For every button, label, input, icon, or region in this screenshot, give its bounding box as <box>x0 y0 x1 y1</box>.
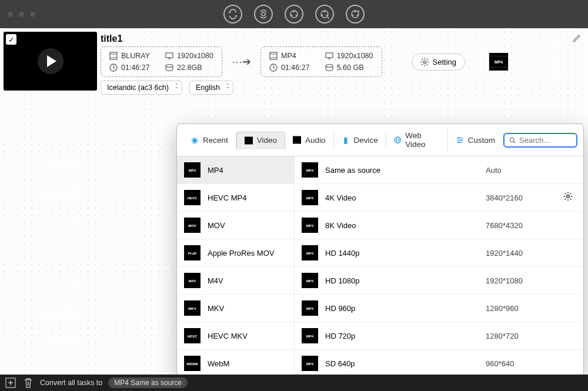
preset-label: Same as source <box>325 166 479 175</box>
tab-recent[interactable]: ◉ Recent <box>183 132 236 148</box>
preset-item[interactable]: MP4SD 640p960*640 <box>295 350 583 376</box>
mode-convert-icon[interactable] <box>223 5 242 24</box>
tab-web-video[interactable]: Web Video <box>386 128 448 152</box>
container-item[interactable]: MP4MP4 <box>177 156 294 184</box>
delete-task-button[interactable] <box>22 377 34 389</box>
audio-track-select[interactable]: Icelandic (ac3 6ch) ˄˅ <box>101 81 182 95</box>
window-close-button[interactable] <box>7 11 14 18</box>
svg-text:WEBM: WEBM <box>187 362 198 366</box>
tab-audio[interactable]: Audio <box>285 132 334 148</box>
preset-item[interactable]: MP4HD 960p1280*960 <box>295 295 583 322</box>
window-minimize-button[interactable] <box>18 11 25 18</box>
svg-point-46 <box>291 15 293 16</box>
preset-settings-button[interactable] <box>563 192 576 203</box>
setting-button[interactable]: Setting <box>412 54 465 71</box>
preset-item[interactable]: MP4HD 1080p1920*1080 <box>295 267 583 295</box>
web-icon <box>394 135 401 145</box>
svg-line-52 <box>328 17 329 19</box>
tab-device[interactable]: ▮ Device <box>334 132 386 148</box>
source-size: 22.8GB <box>177 64 202 72</box>
subtitle-track-select[interactable]: English ˄˅ <box>189 81 233 95</box>
preset-item[interactable]: MP4Same as sourceAuto <box>295 156 583 184</box>
svg-point-45 <box>293 11 295 13</box>
tab-video[interactable]: Video <box>236 132 285 149</box>
preset-resolution: 1280*960 <box>486 304 556 313</box>
svg-point-55 <box>352 15 354 16</box>
container-item[interactable]: HEVCHEVC MP4 <box>177 184 294 212</box>
mode-reel-b-icon[interactable] <box>315 5 334 24</box>
device-icon: ▮ <box>342 135 350 145</box>
format-icon: MOV <box>184 218 201 233</box>
source-duration: 01:46:27 <box>121 64 150 72</box>
mode-reel-a-icon[interactable] <box>285 5 303 24</box>
container-item[interactable]: MKVMKV <box>177 295 294 322</box>
play-preview-button[interactable] <box>38 48 64 74</box>
format-icon: ProR <box>184 245 201 260</box>
container-item[interactable]: M4VM4V <box>177 267 294 295</box>
preset-item[interactable]: MP44K Video3840*2160 <box>295 184 583 212</box>
svg-point-43 <box>262 12 265 16</box>
preset-resolution: Auto <box>486 166 556 175</box>
svg-text:MP4: MP4 <box>495 60 503 64</box>
preset-resolution: 1280*720 <box>486 332 556 340</box>
preset-list[interactable]: MP4Same as sourceAutoMP44K Video3840*216… <box>295 156 583 376</box>
format-icon: MP4 <box>302 273 318 288</box>
preset-resolution: 960*640 <box>486 359 556 368</box>
container-label: WebM <box>208 359 229 368</box>
target-size: 5.60 GB <box>337 64 364 72</box>
source-info-box: BLURAY 1920x1080 01:46:27 22.8GB <box>101 46 222 77</box>
container-label: M4V <box>208 276 223 285</box>
preset-resolution: 7680*4320 <box>486 221 556 230</box>
svg-text:MOV: MOV <box>188 224 196 228</box>
edit-title-button[interactable] <box>573 33 584 44</box>
preset-item[interactable]: MP4HD 1440p1920*1440 <box>295 239 583 267</box>
svg-point-49 <box>324 11 326 13</box>
task-checkbox[interactable]: ✓ <box>6 34 16 45</box>
container-label: MOV <box>208 221 225 230</box>
preset-item[interactable]: MP48K Video7680*4320 <box>295 212 583 239</box>
window-titlebar <box>0 0 588 28</box>
window-zoom-button[interactable] <box>29 11 36 18</box>
svg-text:MP4: MP4 <box>306 224 314 228</box>
tab-custom[interactable]: Custom <box>448 132 504 148</box>
add-task-button[interactable] <box>5 377 16 389</box>
svg-text:ProR: ProR <box>188 252 197 255</box>
container-item[interactable]: MOVMOV <box>177 212 294 239</box>
container-label: HEVC MKV <box>208 332 248 340</box>
container-item[interactable]: WEBMWebM <box>177 350 294 376</box>
task-thumbnail[interactable]: ✓ <box>4 32 97 91</box>
preset-label: HD 720p <box>325 332 479 340</box>
svg-text:MP4: MP4 <box>306 307 314 310</box>
source-dimensions: 1920x1080 <box>177 52 213 60</box>
svg-text:M4V: M4V <box>189 279 196 283</box>
format-popover: ◉ Recent Video Audio ▮ Device Web Video … <box>176 123 584 376</box>
output-format-badge[interactable]: MP4 <box>489 52 509 71</box>
mode-sync-icon[interactable] <box>254 5 273 24</box>
svg-text:MP4: MP4 <box>306 335 314 338</box>
video-icon <box>245 136 253 145</box>
svg-text:HEVC: HEVC <box>188 196 198 200</box>
container-label: HEVC MP4 <box>208 193 246 202</box>
svg-point-50 <box>322 15 323 16</box>
svg-point-57 <box>358 11 359 12</box>
audio-icon <box>293 135 301 145</box>
mode-reel-c-icon[interactable] <box>346 5 365 24</box>
svg-text:MKV: MKV <box>188 307 196 310</box>
convert-all-target[interactable]: MP4 Same as source <box>108 377 188 388</box>
preset-item[interactable]: MP4HD 720p1280*720 <box>295 322 583 350</box>
bottom-bar: Convert all tasks to MP4 Same as source <box>0 375 588 391</box>
setting-label: Setting <box>433 58 456 66</box>
format-search[interactable] <box>503 133 577 148</box>
preset-resolution: 1920*1080 <box>486 276 556 285</box>
container-label: Apple ProRes MOV <box>208 249 274 258</box>
container-list[interactable]: MP4MP4HEVCHEVC MP4MOVMOVProRApple ProRes… <box>177 156 295 376</box>
format-icon: MP4 <box>184 162 201 178</box>
container-label: MKV <box>208 304 224 313</box>
container-item[interactable]: HEVCHEVC MKV <box>177 322 294 350</box>
preset-label: HD 960p <box>325 304 479 313</box>
format-icon: WEBM <box>184 356 201 371</box>
svg-text:HEVC: HEVC <box>188 335 198 338</box>
container-item[interactable]: ProRApple ProRes MOV <box>177 239 294 267</box>
format-icon: MP4 <box>302 328 318 343</box>
format-search-input[interactable] <box>519 136 572 145</box>
